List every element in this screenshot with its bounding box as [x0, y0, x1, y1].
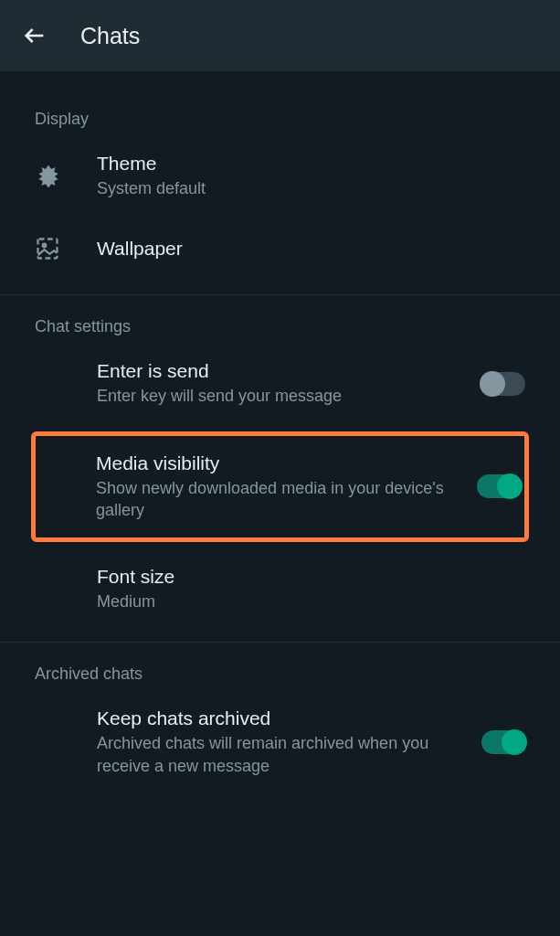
theme-setting[interactable]: Theme System default [0, 136, 560, 216]
keep-archived-toggle[interactable] [481, 730, 525, 754]
toggle-thumb [502, 729, 527, 755]
section-archived-header: Archived chats [0, 655, 560, 691]
app-header: Chats [0, 0, 560, 71]
toggle-thumb [480, 371, 505, 397]
font-size-setting[interactable]: Font size Medium [0, 549, 560, 629]
arrow-left-icon [22, 23, 48, 48]
keep-archived-subtitle: Archived chats will remain archived when… [97, 732, 470, 777]
back-button[interactable] [22, 23, 48, 48]
svg-point-2 [43, 244, 47, 248]
enter-is-send-setting[interactable]: Enter is send Enter key will send your m… [0, 344, 560, 423]
section-display-header: Display [0, 101, 560, 136]
keep-archived-title: Keep chats archived [97, 707, 470, 729]
media-visibility-setting[interactable]: Media visibility Show newly downloaded m… [31, 431, 529, 543]
media-visibility-title: Media visibility [96, 452, 466, 474]
theme-title: Theme [97, 153, 525, 175]
wallpaper-icon [35, 236, 97, 261]
enter-is-send-subtitle: Enter key will send your message [97, 385, 470, 407]
page-title: Chats [80, 23, 140, 49]
media-visibility-toggle[interactable] [477, 474, 521, 498]
wallpaper-setting[interactable]: Wallpaper [0, 216, 560, 282]
media-visibility-subtitle: Show newly downloaded media in your devi… [96, 477, 466, 522]
settings-content: Display Theme System default Wallpaper C… [0, 71, 560, 793]
section-chat-settings-header: Chat settings [0, 308, 560, 344]
wallpaper-title: Wallpaper [97, 238, 525, 260]
font-size-title: Font size [97, 566, 525, 588]
svg-rect-1 [38, 239, 58, 259]
enter-is-send-toggle[interactable] [481, 372, 525, 396]
divider [0, 294, 560, 295]
font-size-subtitle: Medium [97, 590, 525, 612]
theme-subtitle: System default [97, 177, 525, 199]
toggle-thumb [497, 473, 523, 499]
enter-is-send-title: Enter is send [97, 360, 470, 382]
theme-icon [35, 163, 97, 190]
keep-archived-setting[interactable]: Keep chats archived Archived chats will … [0, 691, 560, 793]
divider [0, 642, 560, 643]
